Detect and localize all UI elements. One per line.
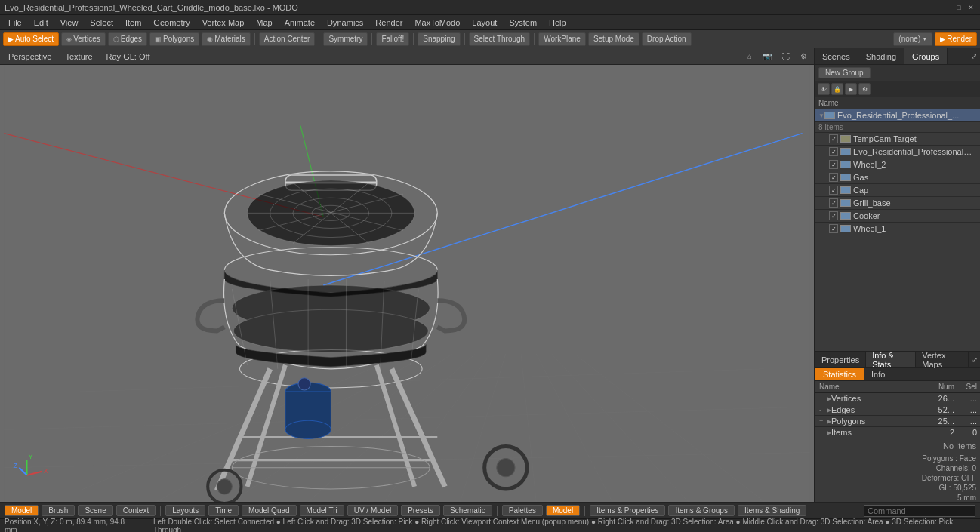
viewport-texture-label[interactable]: Texture	[61, 51, 96, 63]
icon-filter[interactable]: ⚙	[858, 83, 871, 95]
menu-edit[interactable]: Edit	[29, 17, 54, 29]
menu-file[interactable]: File	[3, 17, 27, 29]
tab-vertex-maps[interactable]: Vertex Maps	[916, 352, 969, 367]
viewport-icon-settings[interactable]: ⚙	[798, 52, 809, 60]
items-groups-button[interactable]: Items & Groups	[668, 505, 734, 516]
tab-info-stats[interactable]: Info & Stats	[866, 352, 916, 367]
menu-geometry[interactable]: Geometry	[148, 17, 195, 29]
edges-button[interactable]: ⬡ Edges	[108, 32, 147, 46]
bottom-right-panel: Properties Info & Stats Vertex Maps ⤢ St…	[815, 351, 980, 502]
tab-statistics[interactable]: Statistics	[815, 368, 864, 380]
group-item-2[interactable]: ✓ Wheel_2	[815, 158, 980, 171]
action-center-button[interactable]: Action Center	[259, 32, 316, 46]
menu-vertex-map[interactable]: Vertex Map	[197, 17, 250, 29]
minimize-button[interactable]: —	[942, 3, 951, 12]
group-item-4[interactable]: ✓ Cap	[815, 184, 980, 197]
brp-expand-icon[interactable]: ⤢	[969, 353, 980, 366]
palettes-button[interactable]: Palettes	[502, 505, 543, 516]
menu-system[interactable]: System	[504, 17, 542, 29]
group-item-1[interactable]: ✓ Evo_Residential_Professional_Whe...	[815, 146, 980, 158]
deformers-label: Deformers: OFF	[815, 473, 980, 483]
chevron-down-icon: ▼	[922, 36, 927, 42]
item-icon-6	[840, 212, 851, 220]
menu-view[interactable]: View	[55, 17, 84, 29]
mode-scene-button[interactable]: Scene	[78, 505, 112, 516]
tab-properties[interactable]: Properties	[815, 352, 866, 367]
model-tri-button[interactable]: Model Tri	[300, 505, 344, 516]
mode-model-button[interactable]: Model	[5, 505, 39, 516]
menu-layout[interactable]: Layout	[467, 17, 502, 29]
main-toolbar: ▶ Auto Select ◈ Vertices ⬡ Edges ▣ Polyg…	[0, 30, 980, 48]
svg-point-37	[217, 479, 232, 494]
close-button[interactable]: ✕	[966, 3, 975, 12]
item-label-3: Gas	[853, 173, 976, 182]
items-properties-button[interactable]: Items & Properties	[590, 505, 665, 516]
viewport-raygl-label[interactable]: Ray GL: Off	[103, 51, 154, 63]
drop-action-button[interactable]: Drop Action	[642, 32, 692, 46]
vertices-button[interactable]: ◈ Vertices	[61, 32, 106, 46]
layouts-button[interactable]: Layouts	[165, 505, 205, 516]
group-item-7[interactable]: ✓ Wheel_1	[815, 223, 980, 235]
icon-render[interactable]: ▶	[845, 83, 857, 95]
menu-map[interactable]: Map	[251, 17, 277, 29]
items-shading-button[interactable]: Items & Shading	[738, 505, 806, 516]
schematic-button[interactable]: Schematic	[443, 505, 492, 516]
symmetry-button[interactable]: Symmetry	[323, 32, 368, 46]
item-icon-4	[840, 186, 851, 194]
maximize-button[interactable]: □	[954, 3, 963, 12]
viewport-icon-home[interactable]: ⌂	[745, 52, 754, 60]
tab-groups[interactable]: Groups	[904, 48, 948, 64]
model-active-button[interactable]: Model	[546, 505, 580, 516]
render-button[interactable]: ▶ Render	[935, 32, 977, 46]
new-group-button[interactable]: New Group	[818, 67, 871, 78]
icon-eye[interactable]: 👁	[818, 83, 830, 95]
select-through-button[interactable]: Select Through	[469, 32, 531, 46]
stats-header-row: Statistics Info	[815, 368, 980, 381]
group-item-0[interactable]: ✓ TempCam.Target	[815, 133, 980, 146]
instructions-info: Left Double Click: Select Connected ● Le…	[153, 518, 975, 533]
falloff-button[interactable]: Falloff!	[376, 32, 409, 46]
time-button[interactable]: Time	[208, 505, 239, 516]
tab-shading[interactable]: Shading	[858, 48, 904, 64]
mode-brush-button[interactable]: Brush	[42, 505, 75, 516]
presets-button[interactable]: Presets	[401, 505, 440, 516]
svg-point-34	[285, 420, 331, 438]
materials-icon: ◉	[207, 35, 213, 43]
brp-tabs: Properties Info & Stats Vertex Maps ⤢	[815, 352, 980, 368]
menu-help[interactable]: Help	[544, 17, 572, 29]
check-0: ✓	[829, 134, 838, 143]
menu-select[interactable]: Select	[85, 17, 119, 29]
setup-mode-button[interactable]: Setup Mode	[588, 32, 639, 46]
group-item-5[interactable]: ✓ Grill_base	[815, 197, 980, 210]
viewport-icon-camera[interactable]: 📷	[760, 52, 774, 60]
group-item-6[interactable]: ✓ Cooker	[815, 210, 980, 223]
polygons-button[interactable]: ▣ Polygons	[149, 32, 199, 46]
group-root-item[interactable]: Evo_Residential_Professional_...	[815, 109, 980, 122]
menu-maxtomodo[interactable]: MaxToModo	[409, 17, 465, 29]
item-label-6: Cooker	[853, 211, 976, 220]
viewport-icon-expand[interactable]: ⛶	[780, 52, 792, 60]
snapping-button[interactable]: Snapping	[418, 32, 460, 46]
viewport-perspective-label[interactable]: Perspective	[5, 51, 55, 63]
auto-select-button[interactable]: ▶ Auto Select	[3, 32, 59, 46]
stats-row-items: + Items 2 0	[815, 427, 980, 438]
tab-scenes[interactable]: Scenes	[815, 48, 858, 64]
command-input[interactable]	[864, 505, 975, 517]
materials-button[interactable]: ◉ Materials	[202, 32, 251, 46]
menu-animate[interactable]: Animate	[279, 17, 320, 29]
model-quad-button[interactable]: Model Quad	[242, 505, 296, 516]
viewport-3d[interactable]: Perspective Texture Ray GL: Off ⌂ 📷 ⛶ ⚙	[0, 48, 814, 502]
viewport-canvas[interactable]: X Y Z	[0, 65, 814, 502]
tab-info[interactable]: Info	[864, 368, 892, 380]
menu-dynamics[interactable]: Dynamics	[322, 17, 368, 29]
mode-context-button[interactable]: Context	[116, 505, 156, 516]
icon-lock[interactable]: 🔒	[831, 83, 843, 95]
menu-render[interactable]: Render	[370, 17, 408, 29]
menu-item[interactable]: Item	[120, 17, 146, 29]
preset-dropdown[interactable]: (none) ▼	[893, 32, 932, 46]
group-item-3[interactable]: ✓ Gas	[815, 171, 980, 184]
vertices-icon: ◈	[66, 35, 72, 43]
panel-expand-icon[interactable]: ⤢	[968, 50, 980, 63]
workplane-button[interactable]: WorkPlane	[538, 32, 586, 46]
uv-model-button[interactable]: UV / Model	[347, 505, 398, 516]
